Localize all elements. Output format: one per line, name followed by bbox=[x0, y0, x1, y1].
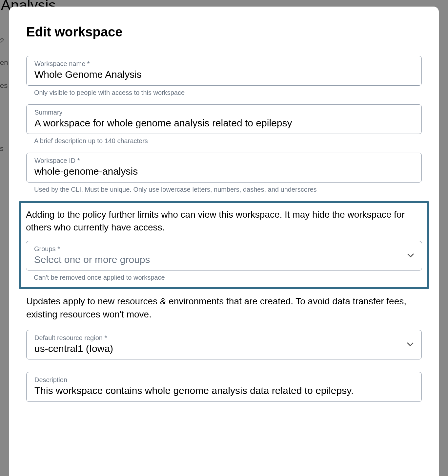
workspace-name-field[interactable]: Workspace name * bbox=[26, 56, 422, 86]
workspace-name-label: Workspace name * bbox=[34, 60, 414, 68]
summary-helper: A brief description up to 140 characters bbox=[26, 137, 422, 145]
region-label: Default resource region * bbox=[34, 334, 414, 342]
region-value: us-central1 (Iowa) bbox=[34, 342, 414, 355]
workspace-name-field-wrapper: Workspace name * Only visible to people … bbox=[26, 56, 422, 97]
edit-workspace-modal: Edit workspace Workspace name * Only vis… bbox=[9, 7, 439, 476]
workspace-name-helper: Only visible to people with access to th… bbox=[26, 89, 422, 97]
workspace-id-field[interactable]: Workspace ID * bbox=[26, 153, 422, 183]
description-section: Description bbox=[26, 372, 422, 402]
background-fragment: 2 bbox=[0, 37, 4, 45]
groups-placeholder: Select one or more groups bbox=[34, 253, 414, 266]
policy-info-text: Adding to the policy further limits who … bbox=[26, 208, 422, 234]
workspace-id-helper: Used by the CLI. Must be unique. Only us… bbox=[26, 186, 422, 193]
summary-label: Summary bbox=[34, 109, 414, 116]
region-section: Updates apply to new resources & environ… bbox=[26, 295, 422, 359]
description-input[interactable] bbox=[34, 384, 414, 397]
modal-title: Edit workspace bbox=[26, 25, 422, 39]
description-label: Description bbox=[34, 376, 414, 384]
workspace-id-label: Workspace ID * bbox=[34, 157, 414, 164]
groups-label: Groups * bbox=[34, 245, 414, 253]
summary-field[interactable]: Summary bbox=[26, 104, 422, 134]
summary-field-wrapper: Summary A brief description up to 140 ch… bbox=[26, 104, 422, 145]
background-fragment: s bbox=[0, 144, 4, 153]
workspace-id-input[interactable] bbox=[34, 165, 414, 178]
region-select[interactable]: Default resource region * us-central1 (I… bbox=[26, 330, 422, 360]
background-fragment: es bbox=[0, 81, 8, 90]
policy-groups-box: Adding to the policy further limits who … bbox=[19, 201, 429, 289]
workspace-name-input[interactable] bbox=[34, 68, 414, 81]
groups-select[interactable]: Groups * Select one or more groups bbox=[26, 241, 422, 271]
summary-input[interactable] bbox=[34, 117, 414, 129]
background-fragment: en bbox=[0, 58, 8, 67]
chevron-down-icon bbox=[407, 342, 414, 348]
description-field[interactable]: Description bbox=[26, 372, 422, 402]
region-info-text: Updates apply to new resources & environ… bbox=[26, 295, 422, 320]
workspace-id-field-wrapper: Workspace ID * Used by the CLI. Must be … bbox=[26, 153, 422, 193]
groups-helper: Can't be removed once applied to workspa… bbox=[26, 274, 422, 281]
chevron-down-icon bbox=[407, 253, 414, 259]
